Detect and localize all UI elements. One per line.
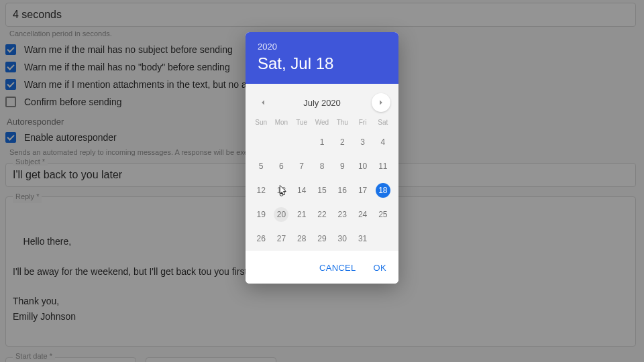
- day-cell[interactable]: 11: [373, 154, 393, 178]
- weekday-label: Sat: [373, 115, 393, 130]
- day-cell[interactable]: 14: [292, 178, 312, 202]
- day-cell[interactable]: 2: [332, 130, 352, 154]
- date-picker-day-grid: 1234567891011121314151617181920212223242…: [251, 130, 393, 251]
- day-cell[interactable]: 9: [332, 154, 352, 178]
- next-month-button[interactable]: [372, 93, 390, 112]
- day-cell[interactable]: 26: [251, 227, 271, 251]
- day-cell[interactable]: 1: [312, 130, 332, 154]
- date-picker-nav: July 2020: [251, 89, 393, 115]
- cancel-button[interactable]: CANCEL: [319, 263, 356, 273]
- date-picker-body: July 2020 SunMonTueWedThuFriSat 12345678…: [246, 84, 398, 251]
- day-cell[interactable]: 30: [332, 227, 352, 251]
- weekday-label: Sun: [251, 115, 271, 130]
- day-cell[interactable]: 4: [373, 130, 393, 154]
- day-cell[interactable]: 7: [292, 154, 312, 178]
- day-cell[interactable]: 3: [352, 130, 372, 154]
- day-cell[interactable]: 10: [352, 154, 372, 178]
- date-picker-year[interactable]: 2020: [258, 42, 386, 52]
- weekday-label: Mon: [271, 115, 291, 130]
- day-cell[interactable]: 29: [312, 227, 332, 251]
- day-cell[interactable]: 13: [271, 178, 291, 202]
- weekday-label: Fri: [352, 115, 372, 130]
- weekday-label: Tue: [292, 115, 312, 130]
- day-cell[interactable]: 6: [271, 154, 291, 178]
- day-cell[interactable]: 16: [332, 178, 352, 202]
- weekday-label: Thu: [332, 115, 352, 130]
- date-picker-header: 2020 Sat, Jul 18: [246, 32, 398, 84]
- day-cell[interactable]: 15: [312, 178, 332, 202]
- date-picker-actions: CANCEL OK: [246, 251, 398, 284]
- day-cell[interactable]: 31: [352, 227, 372, 251]
- day-cell[interactable]: 20: [271, 202, 291, 227]
- day-cell[interactable]: 17: [352, 178, 372, 202]
- day-cell[interactable]: 28: [292, 227, 312, 251]
- date-picker-selected-date[interactable]: Sat, Jul 18: [258, 54, 386, 73]
- day-cell[interactable]: 5: [251, 154, 271, 178]
- day-cell[interactable]: 27: [271, 227, 291, 251]
- day-cell[interactable]: 19: [251, 202, 271, 227]
- weekday-label: Wed: [312, 115, 332, 130]
- day-cell-blank: [292, 130, 312, 154]
- day-cell[interactable]: 8: [312, 154, 332, 178]
- date-picker-month-label: July 2020: [303, 98, 341, 108]
- chevron-left-icon: [258, 98, 268, 107]
- prev-month-button[interactable]: [254, 93, 272, 112]
- date-picker-dialog: 2020 Sat, Jul 18 July 2020 SunMonTueWedT…: [246, 32, 398, 284]
- day-cell[interactable]: 23: [332, 202, 352, 227]
- day-cell[interactable]: 24: [352, 202, 372, 227]
- ok-button[interactable]: OK: [374, 263, 386, 273]
- chevron-right-icon: [376, 98, 386, 107]
- day-cell[interactable]: 12: [251, 178, 271, 202]
- day-cell-blank: [251, 130, 271, 154]
- day-cell[interactable]: 21: [292, 202, 312, 227]
- day-cell[interactable]: 22: [312, 202, 332, 227]
- date-picker-weekday-row: SunMonTueWedThuFriSat: [251, 115, 393, 130]
- day-cell-blank: [271, 130, 291, 154]
- day-cell[interactable]: 25: [373, 202, 393, 227]
- day-cell[interactable]: 18: [373, 178, 393, 202]
